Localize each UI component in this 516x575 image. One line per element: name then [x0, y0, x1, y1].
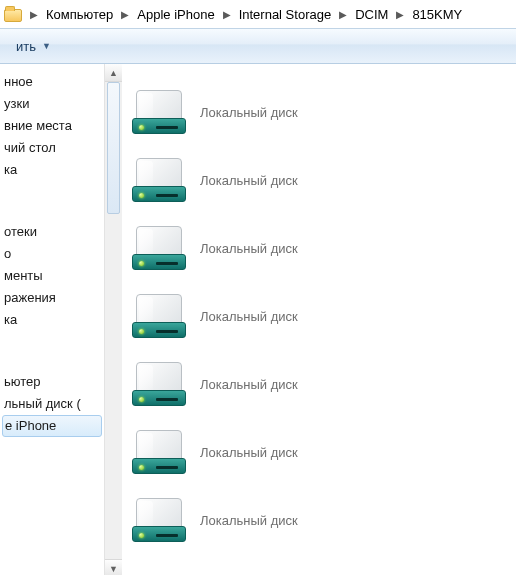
chevron-right-icon[interactable]: ▶ — [392, 9, 408, 20]
nav-item[interactable]: о — [0, 243, 104, 265]
folder-icon — [4, 6, 22, 22]
scroll-up-arrow-icon[interactable]: ▲ — [105, 64, 122, 82]
nav-scrollbar[interactable]: ▲ ▼ — [104, 64, 122, 575]
organize-label: ить — [16, 39, 36, 54]
nav-item-label: ьютер — [4, 374, 41, 389]
address-bar[interactable]: ▶ Компьютер ▶ Apple iPhone ▶ Internal St… — [0, 0, 516, 29]
nav-item-label: льный диск ( — [4, 396, 81, 411]
nav-item-label: о — [4, 246, 11, 261]
nav-item[interactable]: ка — [0, 159, 104, 181]
chevron-right-icon[interactable]: ▶ — [117, 9, 133, 20]
nav-item[interactable]: нное — [0, 71, 104, 93]
scroll-down-arrow-icon[interactable]: ▼ — [105, 559, 122, 575]
drive-item[interactable]: Локальный диск — [132, 486, 516, 554]
nav-item-label: ка — [4, 312, 17, 327]
nav-item[interactable]: узки — [0, 93, 104, 115]
navigation-pane: нное узки вние места чий стол ка отеки о… — [0, 64, 104, 575]
drive-label: Локальный диск — [200, 105, 298, 120]
drive-item[interactable]: Локальный диск — [132, 78, 516, 146]
drive-item[interactable]: Локальный диск — [132, 214, 516, 282]
breadcrumb-label: Компьютер — [44, 7, 115, 22]
drive-label: Локальный диск — [200, 445, 298, 460]
body: нное узки вние места чий стол ка отеки о… — [0, 64, 516, 575]
hard-disk-icon — [132, 498, 186, 542]
nav-item-label: отеки — [4, 224, 37, 239]
hard-disk-icon — [132, 90, 186, 134]
scroll-thumb[interactable] — [107, 82, 120, 214]
nav-item-label: менты — [4, 268, 43, 283]
drive-label: Локальный диск — [200, 173, 298, 188]
nav-item-label: ражения — [4, 290, 56, 305]
nav-item-label: узки — [4, 96, 29, 111]
breadcrumb-item[interactable]: Компьютер — [42, 7, 117, 22]
drive-item[interactable]: Локальный диск — [132, 418, 516, 486]
breadcrumb-item[interactable]: 815KMY — [408, 7, 466, 22]
hard-disk-icon — [132, 362, 186, 406]
nav-item-label: e iPhone — [5, 418, 56, 433]
nav-item-label: чий стол — [4, 140, 56, 155]
drive-label: Локальный диск — [200, 309, 298, 324]
breadcrumb-label: Internal Storage — [237, 7, 334, 22]
breadcrumb-item[interactable]: DCIM — [351, 7, 392, 22]
drive-item[interactable]: Локальный диск — [132, 282, 516, 350]
nav-item-selected[interactable]: e iPhone — [2, 415, 102, 437]
breadcrumb-item[interactable]: Apple iPhone — [133, 7, 218, 22]
hard-disk-icon — [132, 294, 186, 338]
drive-label: Локальный диск — [200, 377, 298, 392]
explorer-window: ▶ Компьютер ▶ Apple iPhone ▶ Internal St… — [0, 0, 516, 575]
hard-disk-icon — [132, 158, 186, 202]
nav-item[interactable]: льный диск ( — [0, 393, 104, 415]
nav-item[interactable]: ьютер — [0, 371, 104, 393]
nav-item[interactable]: ка — [0, 309, 104, 331]
nav-item[interactable]: менты — [0, 265, 104, 287]
nav-item-label: нное — [4, 74, 33, 89]
nav-list: нное узки вние места чий стол ка отеки о… — [0, 64, 104, 437]
drive-item[interactable]: Локальный диск — [132, 146, 516, 214]
drive-item[interactable]: Локальный диск — [132, 350, 516, 418]
hard-disk-icon — [132, 430, 186, 474]
drive-label: Локальный диск — [200, 241, 298, 256]
nav-item[interactable]: отеки — [0, 221, 104, 243]
nav-item-label: вние места — [4, 118, 72, 133]
content-pane[interactable]: Локальный диск Локальный диск Локальный … — [122, 64, 516, 575]
nav-item[interactable]: ражения — [0, 287, 104, 309]
nav-item[interactable]: вние места — [0, 115, 104, 137]
chevron-right-icon[interactable]: ▶ — [335, 9, 351, 20]
nav-item[interactable]: чий стол — [0, 137, 104, 159]
organize-button[interactable]: ить ▼ — [6, 33, 57, 59]
nav-item-label: ка — [4, 162, 17, 177]
breadcrumb-label: DCIM — [353, 7, 390, 22]
breadcrumb-item[interactable]: Internal Storage — [235, 7, 336, 22]
breadcrumb-label: Apple iPhone — [135, 7, 216, 22]
drive-label: Локальный диск — [200, 513, 298, 528]
hard-disk-icon — [132, 226, 186, 270]
toolbar: ить ▼ — [0, 29, 516, 64]
chevron-right-icon[interactable]: ▶ — [26, 9, 42, 20]
chevron-right-icon[interactable]: ▶ — [219, 9, 235, 20]
breadcrumb-label: 815KMY — [410, 7, 464, 22]
chevron-down-icon: ▼ — [42, 41, 51, 51]
